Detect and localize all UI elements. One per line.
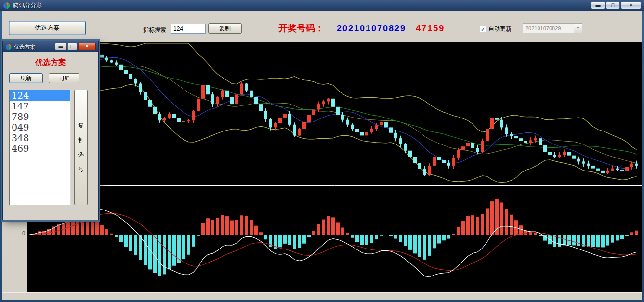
app-logo-icon — [3, 2, 10, 9]
chevron-down-icon[interactable]: ▼ — [574, 24, 582, 33]
plan-button[interactable]: 优选方案 — [9, 21, 86, 35]
status-bar — [2, 292, 642, 300]
maximize-button[interactable]: ▢ — [606, 1, 620, 9]
dialog-title: 优选方案 — [14, 43, 35, 51]
list-item[interactable]: 147 — [10, 101, 70, 111]
list-item[interactable]: 348 — [10, 132, 70, 143]
minimize-button[interactable]: ▬ — [591, 1, 605, 9]
screen: { "window": { "title": "腾讯分分彩" }, "toolb… — [0, 0, 644, 302]
chart-canvas — [27, 42, 642, 293]
indicator-search-label: 指标搜索 — [143, 26, 166, 34]
client-area: 优选方案 指标搜索 复制 开奖号码： 202101070829 47159 ✓ … — [2, 11, 642, 300]
draw-result-code: 47159 — [416, 24, 445, 34]
auto-update-label: 自动更新 — [488, 25, 512, 33]
refresh-button[interactable]: 刷新 — [9, 73, 43, 83]
close-button[interactable]: ✕ — [621, 1, 641, 9]
macd-zero-label: 0 — [16, 230, 25, 236]
list-item[interactable]: 124 — [10, 90, 70, 101]
copy-button[interactable]: 复制 — [208, 23, 242, 34]
copy-select-button[interactable]: 复制选号 — [74, 90, 88, 205]
chart-area — [27, 42, 642, 293]
window-title: 腾讯分分彩 — [13, 1, 42, 10]
list-item[interactable]: 049 — [10, 122, 70, 132]
indicator-search-input[interactable] — [171, 24, 206, 34]
dialog-caption-buttons: ▬ ▢ ✕ — [55, 43, 96, 50]
plan-listbox[interactable]: 124147789049348469 — [9, 90, 71, 205]
dialog-close-button[interactable]: ✕ — [78, 43, 96, 50]
dialog-logo-icon — [5, 44, 12, 50]
list-item[interactable]: 469 — [10, 143, 70, 154]
auto-update-checkbox[interactable]: ✓ 自动更新 — [480, 25, 512, 33]
plan-dialog: 优选方案 ▬ ▢ ✕ 优选方案 刷新 同屏 124147789049348469… — [2, 41, 99, 220]
checkbox-icon: ✓ — [480, 26, 486, 32]
draw-period-number: 202101070829 — [337, 24, 406, 34]
dialog-title-bar[interactable]: 优选方案 ▬ ▢ ✕ — [3, 41, 98, 52]
check-icon: ✓ — [481, 27, 485, 32]
period-dropdown[interactable]: 202101070829 ▼ — [523, 23, 582, 33]
dialog-maximize-button[interactable]: ▢ — [67, 43, 77, 50]
dialog-heading: 优选方案 — [3, 58, 98, 68]
title-bar: 腾讯分分彩 ▬ ▢ ✕ — [0, 0, 644, 11]
list-item[interactable]: 789 — [10, 111, 70, 122]
period-dropdown-value: 202101070829 — [523, 26, 574, 31]
caption-buttons: ▬ ▢ ✕ — [591, 1, 641, 9]
draw-result-row: 开奖号码： 202101070829 47159 — [278, 22, 445, 35]
same-screen-button[interactable]: 同屏 — [49, 73, 79, 83]
draw-number-label: 开奖号码： — [278, 22, 324, 35]
dialog-minimize-button[interactable]: ▬ — [55, 43, 66, 50]
